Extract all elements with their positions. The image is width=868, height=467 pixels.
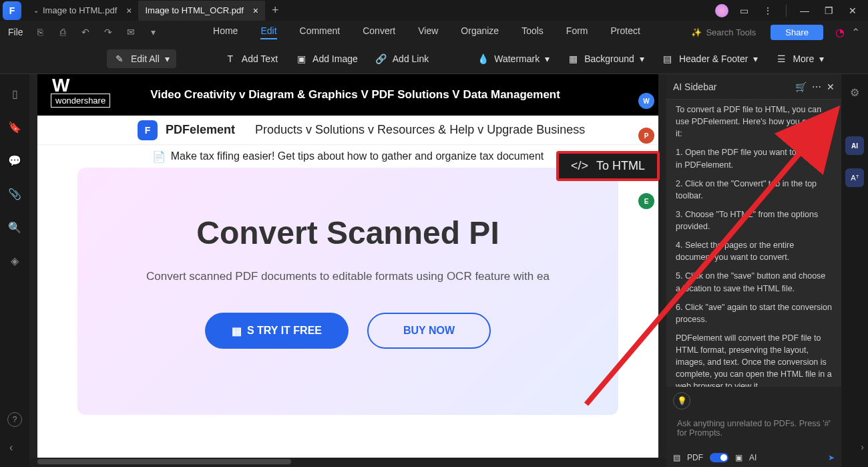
document-viewport[interactable]: W wondershare Video Creativity v Diagram…	[29, 74, 666, 467]
pdfelement-icon: F	[138, 120, 158, 140]
background-button[interactable]: ▦Background▾	[567, 53, 644, 65]
menu-protect[interactable]: Protect	[611, 25, 640, 39]
page-nav: F PDFelement Products v Solutions v Reso…	[37, 116, 658, 145]
message-icon[interactable]: ▭	[735, 2, 752, 19]
redo-icon[interactable]: ↷	[99, 23, 117, 41]
close-icon[interactable]: ×	[126, 5, 132, 16]
expand-icon[interactable]: ›	[861, 442, 864, 452]
print-icon[interactable]: ⎙	[54, 23, 71, 41]
menu-convert[interactable]: Convert	[363, 25, 395, 39]
thumbnails-icon[interactable]: ▯	[7, 86, 22, 101]
ppt-badge-icon[interactable]: P	[638, 128, 654, 144]
attachments-icon[interactable]: 📎	[7, 186, 22, 201]
horizontal-scrollbar[interactable]	[29, 458, 666, 467]
brand-initial: W	[52, 77, 69, 94]
main-menu: Home Edit Comment Convert View Organize …	[168, 25, 686, 39]
cloud-icon[interactable]: ◔	[835, 26, 845, 39]
hf-icon: ▤	[662, 53, 674, 65]
edit-all-button[interactable]: ✎Edit All▾	[107, 49, 176, 68]
tab-active[interactable]: Image to HTML_OCR.pdf ×	[138, 1, 265, 21]
bookmarks-icon[interactable]: 🔖	[7, 120, 22, 134]
menu-organize[interactable]: Organize	[461, 25, 499, 39]
water-icon: 💧	[477, 53, 489, 65]
chevron-down-icon: ▾	[165, 53, 170, 64]
page-header-black: W wondershare Video Creativity v Diagram…	[37, 74, 658, 116]
close-sidebar-icon[interactable]: ✕	[827, 82, 835, 92]
cart-icon[interactable]: 🛒	[795, 82, 807, 92]
file-menu[interactable]: File	[8, 27, 23, 37]
tab-label: Image to HTML_OCR.pdf	[145, 5, 243, 15]
more-dots-icon[interactable]: ⋯	[812, 82, 821, 92]
menu-comment[interactable]: Comment	[300, 25, 341, 39]
word-badge-icon[interactable]: W	[638, 93, 654, 109]
search-icon[interactable]: 🔍	[7, 220, 22, 235]
back-icon[interactable]: ‹	[9, 442, 13, 454]
brand-name: wondershare	[51, 94, 110, 108]
header-links: Video Creativity v Diagram & Graphics V …	[150, 88, 560, 102]
ai-sidebar: AI Sidebar 🛒 ⋯ ✕ To convert a PDF file t…	[666, 74, 841, 467]
ai-footer: ▤ PDF ▣ AI ➤	[666, 448, 841, 467]
share-button[interactable]: Share	[771, 25, 823, 40]
ai-sidebar-header: AI Sidebar 🛒 ⋯ ✕	[666, 74, 841, 100]
translate-icon[interactable]: Aᵀ	[845, 168, 864, 187]
hero-section: Convert Scanned PI Convert scanned PDF d…	[77, 168, 618, 415]
sliders-icon[interactable]: ⚙	[850, 86, 859, 99]
add-text-button[interactable]: TAdd Text	[224, 53, 278, 65]
chevron-down-icon: ▾	[753, 53, 758, 64]
pdf-chip-label: PDF	[687, 453, 703, 462]
minimize-icon[interactable]: —	[796, 2, 813, 19]
image-icon: ▣	[295, 53, 307, 65]
ai-chip-icon: ▣	[735, 453, 742, 462]
send-icon[interactable]: ➤	[828, 453, 835, 462]
pdf-chip-icon: ▤	[673, 453, 680, 462]
more-icon: ☰	[775, 53, 787, 65]
chevron-down-icon: ⌄	[33, 7, 39, 14]
menu-view[interactable]: View	[418, 25, 438, 39]
menu-edit[interactable]: Edit	[260, 25, 276, 39]
pdfelement-label: PDFelement	[166, 123, 235, 137]
more-quick-icon[interactable]: ▾	[145, 23, 162, 41]
close-icon[interactable]: ×	[253, 5, 258, 16]
tab-inactive[interactable]: ⌄ Image to HTML.pdf ×	[27, 1, 138, 21]
excel-badge-icon[interactable]: E	[638, 193, 654, 209]
undo-icon[interactable]: ↶	[77, 23, 94, 41]
new-tab-button[interactable]: +	[265, 3, 286, 17]
maximize-icon[interactable]: ❐	[820, 2, 837, 19]
add-image-button[interactable]: ▣Add Image	[295, 53, 358, 65]
menu-form[interactable]: Form	[566, 25, 588, 39]
layers-icon[interactable]: ◈	[7, 253, 22, 268]
hero-title: Convert Scanned PI	[196, 214, 499, 251]
collapse-icon[interactable]: ⌃	[851, 26, 860, 39]
windows-icon: ▦	[232, 325, 242, 337]
add-link-button[interactable]: 🔗Add Link	[375, 53, 429, 65]
to-html-label: To HTML	[596, 159, 645, 173]
link-icon: 🔗	[375, 53, 387, 65]
tabs-row: F ⌄ Image to HTML.pdf × Image to HTML_OC…	[0, 0, 868, 21]
try-free-button[interactable]: ▦S TRY IT FREE	[205, 313, 349, 349]
save-icon[interactable]: ⎘	[31, 23, 49, 41]
more-button[interactable]: ☰More▾	[775, 53, 824, 65]
menu-home[interactable]: Home	[213, 25, 238, 39]
chevron-down-icon: ▾	[819, 53, 824, 64]
pdf-toggle[interactable]	[710, 453, 728, 462]
ai-response: To convert a PDF file to HTML, you can u…	[666, 100, 841, 387]
code-icon: </>	[571, 159, 588, 173]
comments-icon[interactable]: 💬	[7, 153, 22, 168]
search-tools[interactable]: ✨ Search Tools	[691, 27, 756, 37]
buy-now-button[interactable]: BUY NOW	[367, 313, 491, 349]
menu-tools[interactable]: Tools	[521, 25, 544, 39]
edit-toolbar: ✎Edit All▾ TAdd Text ▣Add Image 🔗Add Lin…	[0, 43, 868, 74]
watermark-button[interactable]: 💧Watermark▾	[477, 53, 550, 65]
mail-icon[interactable]: ✉	[122, 23, 140, 41]
header-footer-button[interactable]: ▤Header & Footer▾	[662, 53, 758, 65]
to-html-callout[interactable]: </> To HTML	[556, 151, 660, 181]
ai-input[interactable]: Ask anything unrelated to PDFs. Press '#…	[672, 415, 836, 446]
help-icon[interactable]: ?	[7, 412, 22, 427]
menu-row: File ⎘ ⎙ ↶ ↷ ✉ ▾ Home Edit Comment Conve…	[0, 21, 868, 43]
nav-links: Products v Solutions v Resources & Help …	[255, 123, 585, 137]
close-window-icon[interactable]: ✕	[844, 2, 861, 19]
bulb-icon[interactable]: 💡	[673, 392, 690, 410]
ai-panel-icon[interactable]: AI	[845, 136, 864, 155]
avatar[interactable]	[715, 4, 728, 17]
kebab-icon[interactable]: ⋮	[759, 2, 777, 19]
